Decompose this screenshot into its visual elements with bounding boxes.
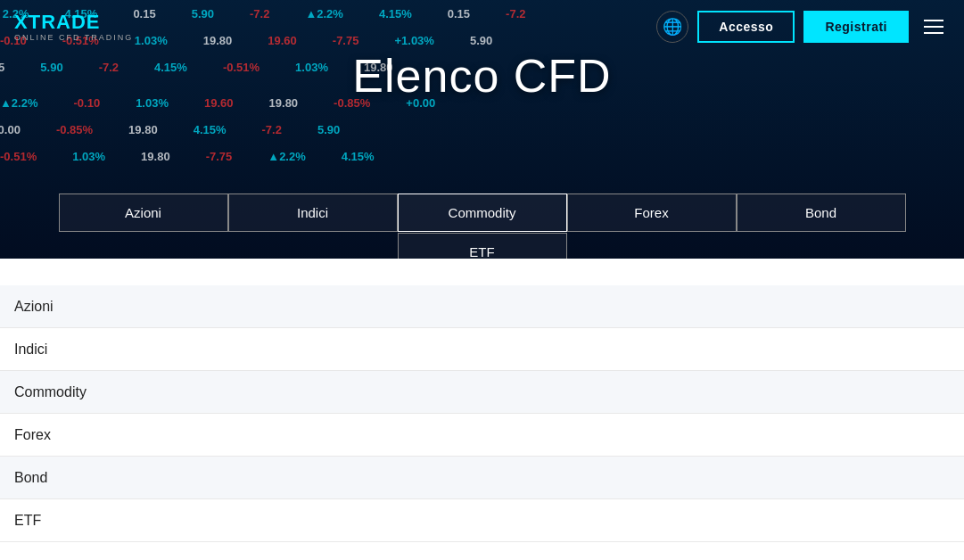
- cat-btn-commodity[interactable]: Commodity: [398, 194, 567, 232]
- ticker-row-6: -0.51% 1.03% 19.80 -7.75 ▲2.2% 4.15%: [0, 150, 964, 163]
- menu-line-1: [924, 20, 943, 21]
- logo-text: XTRADE: [14, 12, 133, 32]
- logo-x: X: [14, 11, 29, 33]
- accesso-button[interactable]: Accesso: [697, 11, 795, 43]
- logo-trade: TRADE: [29, 11, 101, 33]
- cat-btn-azioni[interactable]: Azioni: [59, 194, 228, 232]
- list-item-commodity[interactable]: Commodity: [0, 371, 964, 414]
- menu-line-2: [924, 26, 943, 28]
- menu-button[interactable]: [918, 11, 950, 43]
- category-buttons-row2: ETF: [398, 233, 567, 259]
- list-item-azioni[interactable]: Azioni: [0, 285, 964, 328]
- logo-tagline: ONLINE CFD TRADING: [14, 34, 133, 42]
- cat-btn-bond[interactable]: Bond: [737, 194, 906, 232]
- cat-btn-forex[interactable]: Forex: [567, 194, 737, 232]
- hero-section: ▲2.2% 4.15% 0.15 5.90 -7.2 ▲2.2% 4.15% 0…: [0, 0, 964, 259]
- globe-icon: 🌐: [663, 17, 682, 37]
- category-buttons-row1: Azioni Indici Commodity Forex Bond: [59, 194, 906, 232]
- list-item-forex[interactable]: Forex: [0, 414, 964, 457]
- page-title: Elenco CFD: [352, 49, 611, 103]
- list-item-bond[interactable]: Bond: [0, 457, 964, 499]
- list-section: Azioni Indici Commodity Forex Bond ETF: [0, 259, 964, 560]
- top-nav: XTRADE ONLINE CFD TRADING 🌐 Accesso Regi…: [0, 0, 964, 54]
- menu-line-3: [924, 32, 943, 34]
- cat-btn-indici[interactable]: Indici: [228, 194, 398, 232]
- list-item-etf[interactable]: ETF: [0, 499, 964, 542]
- registrati-button[interactable]: Registrati: [803, 11, 909, 43]
- ticker-row-5: +0.00 -0.85% 19.80 4.15% -7.2 5.90: [0, 123, 955, 136]
- logo: XTRADE ONLINE CFD TRADING: [14, 12, 133, 42]
- language-button[interactable]: 🌐: [656, 11, 688, 43]
- cat-btn-etf[interactable]: ETF: [398, 233, 567, 259]
- nav-right: 🌐 Accesso Registrati: [656, 11, 950, 43]
- list-item-indici[interactable]: Indici: [0, 328, 964, 371]
